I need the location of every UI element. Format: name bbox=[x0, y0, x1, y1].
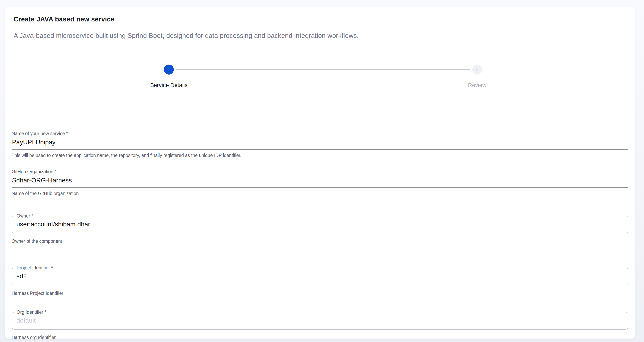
step-2-number: 2 bbox=[476, 67, 478, 73]
field-owner-label: Owner * bbox=[15, 213, 35, 219]
step-1-indicator: 1 bbox=[164, 65, 174, 75]
step-1-label: Service Details bbox=[119, 82, 219, 88]
field-owner-helper: Owner of the component bbox=[12, 238, 62, 244]
step-1-number: 1 bbox=[168, 67, 170, 73]
field-org-identifier-helper: Harness org Identifier bbox=[12, 334, 56, 340]
service-name-input[interactable] bbox=[12, 138, 628, 150]
field-service-name: Name of your new service * This will be … bbox=[12, 130, 628, 158]
field-github-org: GitHub Organization * Name of the GitHub… bbox=[12, 168, 628, 197]
field-org-identifier: Org Identifier * bbox=[12, 312, 628, 329]
step-2-indicator: 2 bbox=[472, 65, 482, 75]
step-2-label: Review bbox=[427, 82, 527, 88]
template-card: Create JAVA based new service A Java-bas… bbox=[5, 8, 635, 338]
field-project-identifier: Project Identifier * bbox=[12, 268, 628, 285]
field-project-identifier-label: Project Identifier * bbox=[15, 265, 55, 271]
field-project-identifier-helper: Harness Project Identifier bbox=[12, 290, 63, 296]
owner-input[interactable] bbox=[12, 216, 628, 232]
field-github-org-label: GitHub Organization * bbox=[12, 168, 628, 175]
page-title: Create JAVA based new service bbox=[14, 16, 114, 23]
field-service-name-helper: This will be used to create the applicat… bbox=[12, 152, 628, 158]
org-identifier-input[interactable] bbox=[12, 312, 628, 328]
field-owner: Owner * bbox=[12, 216, 628, 233]
field-org-identifier-label: Org Identifier * bbox=[15, 309, 48, 315]
field-service-name-label: Name of your new service * bbox=[12, 130, 628, 136]
field-github-org-helper: Name of the GitHub organization bbox=[12, 191, 628, 197]
project-identifier-input[interactable] bbox=[12, 268, 628, 284]
stepper-connector bbox=[176, 69, 470, 70]
page-description: A Java-based microservice built using Sp… bbox=[14, 32, 359, 40]
github-org-input[interactable] bbox=[12, 177, 628, 188]
